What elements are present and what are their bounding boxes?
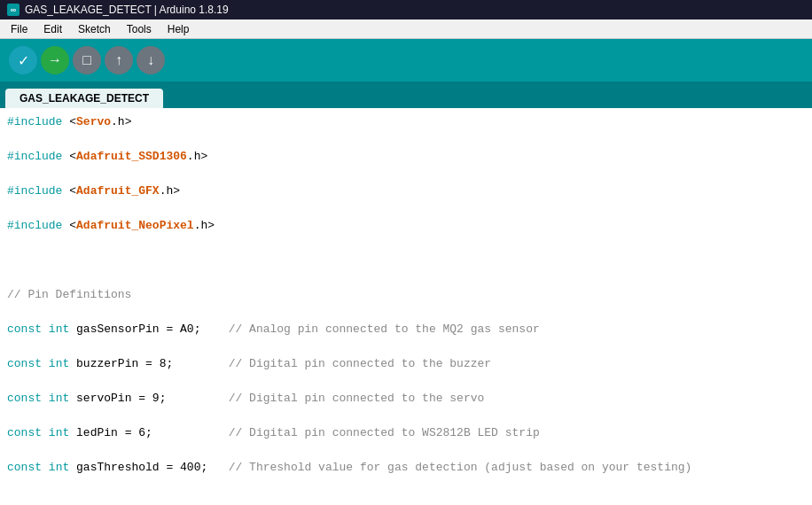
menu-file[interactable]: File — [4, 21, 35, 37]
open-button[interactable]: ↑ — [105, 46, 133, 74]
tab-bar: GAS_LEAKAGE_DETECT — [0, 82, 812, 108]
menu-bar: File Edit Sketch Tools Help — [0, 19, 812, 39]
app-icon: ∞ — [7, 4, 20, 16]
menu-edit[interactable]: Edit — [36, 21, 69, 37]
menu-sketch[interactable]: Sketch — [71, 21, 118, 37]
title-bar: ∞ GAS_LEAKAGE_DETECT | Arduino 1.8.19 — [0, 0, 812, 19]
menu-help[interactable]: Help — [160, 21, 197, 37]
save-button[interactable]: ↓ — [137, 46, 165, 74]
upload-button[interactable]: → — [41, 46, 69, 74]
code-editor[interactable]: #include <Servo.h> #include <Adafruit_SS… — [0, 108, 812, 505]
new-button[interactable]: □ — [73, 46, 101, 74]
toolbar: ✓ → □ ↑ ↓ — [0, 39, 812, 82]
verify-button[interactable]: ✓ — [9, 46, 37, 74]
window-title: GAS_LEAKAGE_DETECT | Arduino 1.8.19 — [25, 4, 229, 16]
menu-tools[interactable]: Tools — [120, 21, 159, 37]
editor-tab[interactable]: GAS_LEAKAGE_DETECT — [5, 89, 163, 108]
